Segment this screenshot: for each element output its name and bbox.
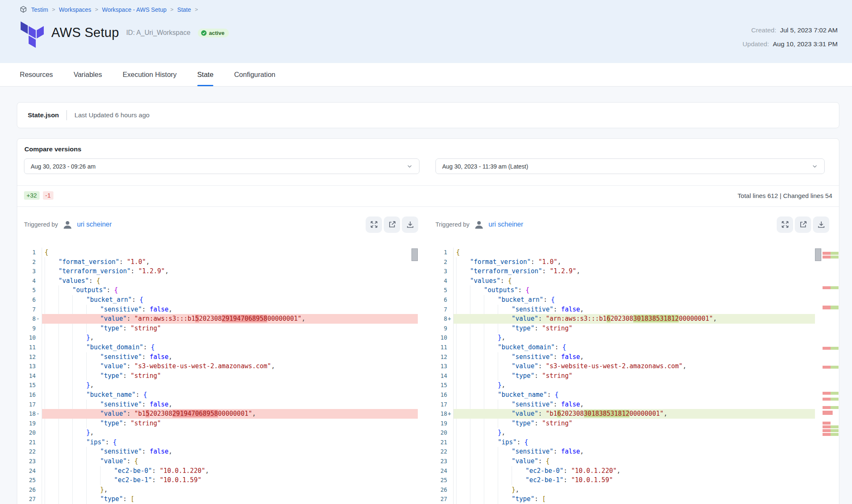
breadcrumb-separator: >	[52, 6, 55, 13]
code-line: 9"type": "string"	[24, 324, 418, 333]
code-line: 15},	[435, 380, 815, 390]
chevron-down-icon	[812, 163, 818, 169]
code-line: 26},	[24, 485, 418, 495]
code-line: 1{	[435, 248, 815, 257]
scrollbar-thumb-left[interactable]	[411, 248, 418, 261]
chevron-down-icon	[406, 163, 413, 169]
state-file-card: State.json Last Updated 6 hours ago	[17, 102, 839, 128]
breadcrumb-separator: >	[195, 6, 198, 13]
breadcrumb-item-workspace-aws-setup[interactable]: Workspace - AWS Setup	[102, 6, 166, 13]
code-panel-left[interactable]: 1{2"format_version": "1.0",3"terraform_v…	[24, 248, 418, 504]
page-header: Testim > Workspaces > Workspace - AWS Se…	[0, 0, 852, 63]
code-line: 20},	[435, 428, 815, 438]
version-select-right-value: Aug 30, 2023 - 11:39 am (Latest)	[442, 163, 528, 170]
version-select-right[interactable]: Aug 30, 2023 - 11:39 am (Latest)	[435, 158, 825, 174]
diff-marker	[823, 347, 839, 350]
diff-marker	[823, 433, 839, 436]
divider	[66, 110, 67, 120]
code-line: 10},	[435, 333, 815, 343]
code-line: 27"type": [	[435, 494, 815, 504]
expand-button[interactable]	[366, 216, 382, 233]
diff-minimap	[823, 248, 839, 504]
diff-marker	[823, 366, 839, 369]
code-line: 6"bucket_arn": {	[435, 295, 815, 305]
tab-resources[interactable]: Resources	[20, 63, 53, 86]
code-line: 1{	[24, 248, 418, 257]
code-line: 23"value": {	[435, 457, 815, 466]
triggered-by-left: Triggered by uri scheiner	[24, 216, 418, 233]
deletions-badge: -1	[43, 191, 53, 200]
breadcrumb-item-workspaces[interactable]: Workspaces	[59, 6, 91, 13]
code-line: 25"ec2-be-1": "10.0.1.59"	[24, 475, 418, 485]
external-link-icon	[799, 220, 807, 229]
code-line: 7"sensitive": false,	[24, 305, 418, 314]
code-line: 23"value": {	[24, 457, 418, 466]
created-value: Jul 5, 2023 7:02 AM	[780, 26, 838, 34]
code-line: 6"bucket_arn": {	[24, 295, 418, 305]
breadcrumb-item-testim[interactable]: Testim	[31, 6, 48, 13]
diff-marker	[823, 429, 839, 432]
code-line: 24"ec2-be-0": "10.0.1.220",	[24, 466, 418, 476]
code-line: 10},	[24, 333, 418, 343]
code-line: 22"sensitive": false,	[435, 447, 815, 457]
user-avatar-icon	[474, 220, 484, 230]
workspace-id: ID: A_Uri_Workspace	[126, 29, 191, 37]
tab-state[interactable]: State	[197, 63, 214, 86]
download-button[interactable]	[402, 216, 418, 233]
tab-variables[interactable]: Variables	[74, 63, 102, 86]
code-line: 9"type": "string"	[435, 324, 815, 333]
diff-marker	[823, 286, 839, 289]
diff-line: 18+"value": "b16202308301838531812000000…	[435, 409, 815, 419]
code-line: 22"sensitive": false,	[24, 447, 418, 457]
diff-marker	[823, 422, 831, 425]
code-line: 12"sensitive": false,	[24, 352, 418, 362]
code-line: 26},	[435, 485, 815, 495]
diff-marker	[823, 392, 839, 395]
code-line: 5"outputs": {	[24, 285, 418, 295]
expand-button[interactable]	[777, 216, 793, 233]
code-line: 5"outputs": {	[435, 285, 815, 295]
diff-marker	[823, 406, 839, 409]
breadcrumb-separator: >	[95, 6, 98, 13]
diff-summary: Total lines 612 | Changed lines 54	[738, 192, 832, 199]
code-line: 16"bucket_name": {	[435, 390, 815, 400]
updated-value: Aug 10, 2023 3:31 PM	[773, 40, 838, 47]
code-line: 16"bucket_name": {	[24, 390, 418, 400]
user-link[interactable]: uri scheiner	[77, 221, 112, 228]
breadcrumb-item-state[interactable]: State	[177, 6, 191, 13]
tab-configuration[interactable]: Configuration	[234, 63, 275, 86]
breadcrumb-separator: >	[170, 6, 174, 13]
code-line: 4"values": {	[435, 276, 815, 286]
code-panel-right[interactable]: 1{2"format_version": "1.0",3"terraform_v…	[435, 248, 815, 504]
open-in-new-button[interactable]	[384, 216, 400, 233]
status-badge: active	[198, 29, 229, 37]
diff-stats-row: +32 -1 Total lines 612 | Changed lines 5…	[24, 188, 832, 203]
diff-marker	[823, 252, 839, 255]
triggered-by-right: Triggered by uri scheiner	[435, 216, 829, 233]
code-line: 17"sensitive": false,	[435, 400, 815, 409]
user-link[interactable]: uri scheiner	[488, 221, 523, 228]
code-line: 17"sensitive": false,	[24, 400, 418, 409]
diff-marker	[823, 425, 839, 428]
expand-icon	[781, 220, 789, 229]
code-line: 3"terraform_version": "1.2.9",	[24, 267, 418, 276]
download-button[interactable]	[813, 216, 829, 233]
version-select-left[interactable]: Aug 30, 2023 - 09:26 am	[24, 158, 419, 174]
divider	[17, 206, 839, 207]
diff-marker	[823, 398, 839, 401]
code-line: 13"value": "s3-website-us-west-2.amazona…	[435, 362, 815, 371]
check-circle-icon	[201, 30, 207, 36]
code-line: 19"type": "string"	[435, 419, 815, 428]
divider	[17, 185, 839, 186]
code-line: 24"ec2-be-0": "10.0.1.220",	[435, 466, 815, 476]
code-line: 11"bucket_domain": {	[24, 343, 418, 352]
code-line: 3"terraform_version": "1.2.9",	[435, 267, 815, 276]
created-row: Created:Jul 5, 2023 7:02 AM	[743, 23, 838, 37]
code-line: 27"type": [	[24, 494, 418, 504]
open-in-new-button[interactable]	[795, 216, 811, 233]
diff-marker	[823, 256, 839, 259]
scrollbar-thumb-right[interactable]	[815, 248, 821, 261]
code-line: 20},	[24, 428, 418, 438]
code-line: 11"bucket_domain": {	[435, 343, 815, 352]
tab-execution-history[interactable]: Execution History	[122, 63, 176, 86]
